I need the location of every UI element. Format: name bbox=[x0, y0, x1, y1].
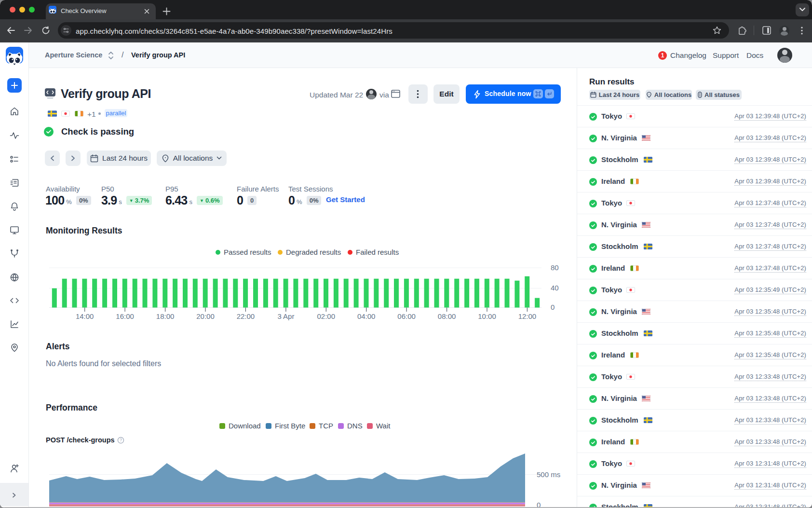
svg-text:06:00: 06:00 bbox=[397, 312, 416, 320]
svg-text:04:00: 04:00 bbox=[357, 312, 376, 320]
svg-text:12:00: 12:00 bbox=[518, 312, 537, 320]
svg-text:18:00: 18:00 bbox=[156, 312, 175, 320]
svg-text:16:00: 16:00 bbox=[116, 312, 134, 320]
svg-text:08:00: 08:00 bbox=[438, 312, 456, 320]
svg-text:14:00: 14:00 bbox=[76, 312, 94, 320]
svg-text:80: 80 bbox=[551, 263, 559, 272]
svg-text:?: ? bbox=[120, 438, 122, 442]
svg-text:40: 40 bbox=[551, 284, 559, 292]
svg-text:500 ms: 500 ms bbox=[537, 470, 560, 479]
svg-text:10:00: 10:00 bbox=[478, 312, 496, 320]
svg-text:0: 0 bbox=[551, 303, 555, 311]
svg-text:3 Apr: 3 Apr bbox=[277, 312, 294, 320]
svg-text:20:00: 20:00 bbox=[196, 312, 215, 320]
svg-text:02:00: 02:00 bbox=[317, 312, 336, 320]
svg-text:22:00: 22:00 bbox=[237, 312, 255, 320]
